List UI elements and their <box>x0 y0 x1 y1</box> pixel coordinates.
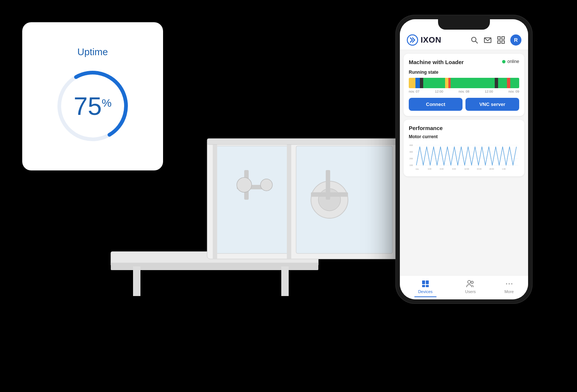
state-segment <box>451 78 495 88</box>
uptime-percent-symbol: % <box>102 97 112 109</box>
state-segment <box>409 78 415 88</box>
state-segment <box>423 78 445 88</box>
svg-text:12:00: 12:00 <box>464 168 469 170</box>
connect-button[interactable]: Connect <box>409 98 462 111</box>
search-icon[interactable] <box>470 36 478 44</box>
nav-devices[interactable]: Devices <box>407 279 444 297</box>
performance-card: Performance Motor current 400 300 200 10… <box>404 120 524 176</box>
svg-text:400: 400 <box>409 144 413 146</box>
svg-point-34 <box>511 283 512 285</box>
svg-rect-29 <box>426 285 429 287</box>
svg-rect-38 <box>281 266 289 296</box>
svg-rect-42 <box>213 140 217 259</box>
app-logo: IXON <box>407 34 441 46</box>
online-status: online <box>507 59 519 64</box>
state-segment <box>507 78 510 88</box>
state-segment <box>498 78 507 88</box>
state-segment <box>495 78 498 88</box>
motor-current-chart: 400 300 200 100 nov. <box>409 142 519 171</box>
svg-text:6:00: 6:00 <box>440 168 444 170</box>
action-buttons: Connect VNC server <box>409 98 519 111</box>
svg-point-53 <box>261 179 272 191</box>
svg-rect-43 <box>287 140 291 259</box>
svg-text:300: 300 <box>409 151 413 153</box>
svg-rect-7 <box>502 37 504 39</box>
phone-notch <box>438 19 490 30</box>
svg-point-30 <box>468 280 471 283</box>
svg-text:200: 200 <box>409 157 413 160</box>
devices-icon <box>421 279 430 288</box>
online-badge: online <box>502 59 519 64</box>
phone-mockup: IXON <box>395 15 533 304</box>
more-label: More <box>504 289 514 294</box>
phone-outer: IXON <box>395 15 533 304</box>
nav-more[interactable]: More <box>497 279 521 297</box>
state-segment <box>445 78 448 88</box>
grid-icon[interactable] <box>497 36 505 44</box>
svg-text:100: 100 <box>409 164 413 166</box>
svg-text:3:00: 3:00 <box>428 168 431 170</box>
running-state-label: Running state <box>409 70 519 75</box>
vnc-button[interactable]: VNC server <box>465 98 519 111</box>
uptime-number: 75 <box>74 92 102 120</box>
svg-rect-6 <box>498 37 500 39</box>
svg-rect-26 <box>422 280 425 284</box>
phone-screen: IXON <box>400 19 528 299</box>
active-indicator <box>414 296 437 297</box>
uptime-circle: 75% <box>52 65 133 147</box>
state-segment <box>415 78 420 88</box>
svg-line-4 <box>475 41 478 43</box>
svg-text:18:00: 18:00 <box>489 168 494 170</box>
svg-point-3 <box>472 37 476 42</box>
svg-rect-45 <box>207 139 404 144</box>
performance-title: Performance <box>409 125 519 131</box>
uptime-card: Uptime 75% <box>22 22 163 170</box>
ixon-logo-icon <box>407 34 418 46</box>
svg-point-32 <box>506 283 507 285</box>
svg-rect-9 <box>502 41 504 43</box>
devices-label: Devices <box>418 289 432 294</box>
app-content: Machine with Loader online Running state… <box>400 50 528 275</box>
machine-card-header: Machine with Loader online <box>409 59 519 65</box>
svg-rect-40 <box>215 146 289 253</box>
header-icons: R <box>470 34 521 46</box>
svg-text:nov.: nov. <box>416 168 419 170</box>
online-indicator <box>502 60 505 63</box>
svg-rect-37 <box>133 266 140 296</box>
svg-point-33 <box>508 283 510 285</box>
running-state-bar <box>409 78 519 88</box>
state-segment <box>510 78 519 88</box>
svg-text:1:00: 1:00 <box>502 168 505 170</box>
svg-point-52 <box>237 177 252 192</box>
bottom-nav: Devices Users <box>400 275 528 299</box>
svg-text:9:00: 9:00 <box>452 168 456 170</box>
users-icon <box>466 279 475 288</box>
machine-status-card: Machine with Loader online Running state… <box>404 54 524 116</box>
svg-rect-49 <box>326 170 330 200</box>
machine-name: Machine with Loader <box>409 59 464 65</box>
svg-text:15:00: 15:00 <box>477 168 481 170</box>
timeline-labels: nov. 07 12:00 nov. 08 12:00 nov. 09 <box>409 90 519 93</box>
nav-users[interactable]: Users <box>458 279 483 297</box>
svg-rect-27 <box>426 280 429 284</box>
logo-text: IXON <box>421 35 441 45</box>
svg-rect-28 <box>422 285 425 287</box>
uptime-value: 75% <box>74 92 112 120</box>
motor-current-label: Motor current <box>409 134 519 139</box>
mail-icon[interactable] <box>484 36 492 44</box>
state-segment <box>420 78 423 88</box>
user-avatar[interactable]: R <box>510 34 521 46</box>
svg-rect-8 <box>498 41 500 43</box>
more-icon <box>505 279 514 288</box>
svg-point-31 <box>471 281 473 283</box>
users-label: Users <box>465 289 476 294</box>
